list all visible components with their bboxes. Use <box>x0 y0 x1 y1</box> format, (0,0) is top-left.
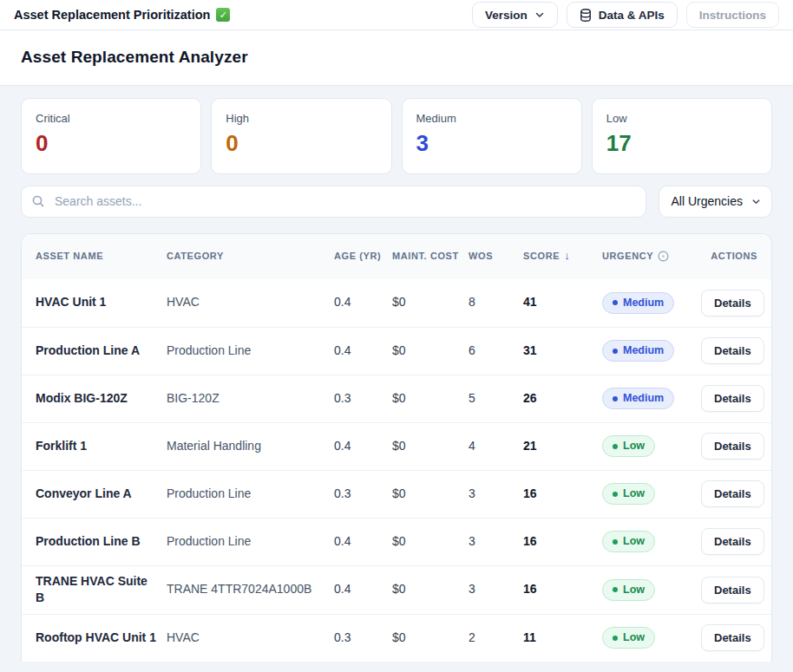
database-icon <box>580 9 592 22</box>
main-content: Critical 0 High 0 Medium 3 Low 17 All Ur… <box>0 86 793 662</box>
asset-maint-cost: $0 <box>392 294 469 311</box>
urgency-dot-icon <box>613 539 618 545</box>
asset-name: Production Line A <box>36 343 167 360</box>
details-button[interactable]: Details <box>701 577 764 603</box>
asset-name: Production Line B <box>36 533 167 551</box>
asset-maint-cost: $0 <box>392 390 469 408</box>
asset-maint-cost: $0 <box>392 630 469 647</box>
asset-wos: 2 <box>469 630 523 647</box>
asset-age: 0.4 <box>334 294 392 311</box>
asset-age: 0.4 <box>334 581 392 598</box>
asset-age: 0.4 <box>334 343 392 360</box>
asset-score: 11 <box>523 630 602 647</box>
card-value: 0 <box>36 131 187 156</box>
asset-category: Production Line <box>167 343 334 360</box>
version-dropdown-button[interactable]: Version <box>472 2 558 28</box>
asset-wos: 3 <box>469 533 523 551</box>
table-row: Forklift 1 Material Handling 0.4 $0 4 21… <box>22 422 771 470</box>
asset-urgency-cell: Low <box>602 435 701 457</box>
search-input[interactable] <box>21 186 646 218</box>
details-button[interactable]: Details <box>701 290 764 316</box>
details-button[interactable]: Details <box>701 433 764 460</box>
asset-actions-cell: Details <box>701 624 764 651</box>
page-title: Asset Replacement Analyzer <box>21 48 772 67</box>
table-row: Modix BIG-120Z BIG-120Z 0.3 $0 5 26 Medi… <box>22 375 771 422</box>
asset-category: TRANE 4TTR7024A1000B <box>167 581 334 598</box>
urgency-label: Low <box>623 631 645 644</box>
chevron-down-icon <box>751 197 761 206</box>
details-button[interactable]: Details <box>701 528 764 555</box>
asset-name: Rooftop HVAC Unit 1 <box>36 630 167 647</box>
urgency-badge: Low <box>602 435 655 457</box>
asset-age: 0.3 <box>334 390 392 408</box>
details-button[interactable]: Details <box>701 624 764 651</box>
col-header-age[interactable]: AGE (YR) <box>334 250 392 264</box>
asset-maint-cost: $0 <box>392 533 469 551</box>
instructions-button[interactable]: Instructions <box>686 2 779 28</box>
details-button[interactable]: Details <box>701 385 764 412</box>
card-value: 17 <box>606 131 757 156</box>
table-header-row: ASSET NAME CATEGORY AGE (YR) MAINT. COST… <box>22 234 771 279</box>
urgency-filter-select[interactable]: All Urgencies <box>659 186 772 218</box>
asset-age: 0.3 <box>334 630 392 647</box>
chevron-down-icon <box>534 10 545 20</box>
asset-name: Modix BIG-120Z <box>36 390 167 408</box>
table-row: HVAC Unit 1 HVAC 0.4 $0 8 41 Medium Deta… <box>22 279 771 327</box>
urgency-label: Low <box>623 487 645 500</box>
col-header-asset-name[interactable]: ASSET NAME <box>36 250 167 264</box>
asset-wos: 5 <box>469 390 523 408</box>
asset-urgency-cell: Low <box>602 627 701 649</box>
version-label: Version <box>485 9 528 22</box>
urgency-label: Low <box>623 535 645 548</box>
urgency-badge: Low <box>602 579 655 601</box>
urgency-label: Medium <box>623 297 664 310</box>
app-title: Asset Replacement Prioritization ✓ <box>14 8 230 22</box>
asset-name: Conveyor Line A <box>36 486 167 503</box>
table-body: HVAC Unit 1 HVAC 0.4 $0 8 41 Medium Deta… <box>22 279 771 662</box>
col-header-category[interactable]: CATEGORY <box>167 250 334 264</box>
card-label: Low <box>606 112 757 125</box>
col-header-maint-cost[interactable]: MAINT. COST <box>392 250 469 264</box>
page-heading-band: Asset Replacement Analyzer <box>0 30 793 86</box>
col-header-wos[interactable]: WOS <box>469 250 523 264</box>
details-button[interactable]: Details <box>701 480 764 507</box>
col-header-actions: ACTIONS <box>701 250 757 264</box>
instructions-label: Instructions <box>699 9 766 22</box>
info-icon <box>658 251 669 262</box>
asset-wos: 8 <box>469 294 523 311</box>
urgency-label: Medium <box>623 344 664 357</box>
urgency-dot-icon <box>613 300 618 305</box>
urgency-badge: Low <box>602 483 655 505</box>
urgency-badge: Low <box>602 627 655 649</box>
col-header-urgency[interactable]: URGENCY <box>602 250 701 264</box>
asset-maint-cost: $0 <box>392 343 469 360</box>
filter-row: All Urgencies <box>21 186 772 218</box>
card-value: 0 <box>226 131 377 156</box>
assets-table: ASSET NAME CATEGORY AGE (YR) MAINT. COST… <box>21 233 772 662</box>
asset-urgency-cell: Low <box>602 531 701 552</box>
summary-card-critical: Critical 0 <box>21 98 201 174</box>
summary-card-medium: Medium 3 <box>402 98 582 174</box>
urgency-dot-icon <box>613 349 618 354</box>
asset-wos: 4 <box>469 438 523 455</box>
summary-cards: Critical 0 High 0 Medium 3 Low 17 <box>21 98 772 174</box>
urgency-badge: Medium <box>602 340 674 362</box>
urgency-dot-icon <box>613 492 618 497</box>
asset-age: 0.4 <box>334 438 392 455</box>
search-wrap <box>21 186 646 218</box>
asset-urgency-cell: Medium <box>602 340 701 362</box>
col-header-score[interactable]: SCORE ↓ <box>523 248 602 264</box>
data-apis-button[interactable]: Data & APIs <box>567 2 678 28</box>
sort-desc-icon[interactable]: ↓ <box>564 248 570 264</box>
asset-actions-cell: Details <box>701 337 764 364</box>
urgency-dot-icon <box>613 636 618 641</box>
asset-category: HVAC <box>167 630 334 647</box>
asset-category: BIG-120Z <box>167 390 334 408</box>
asset-urgency-cell: Medium <box>602 388 701 409</box>
asset-age: 0.3 <box>334 486 392 503</box>
details-button[interactable]: Details <box>701 337 764 364</box>
top-bar: Asset Replacement Prioritization ✓ Versi… <box>0 0 793 30</box>
summary-card-high: High 0 <box>211 98 391 174</box>
card-label: Critical <box>36 112 187 125</box>
asset-age: 0.4 <box>334 533 392 551</box>
